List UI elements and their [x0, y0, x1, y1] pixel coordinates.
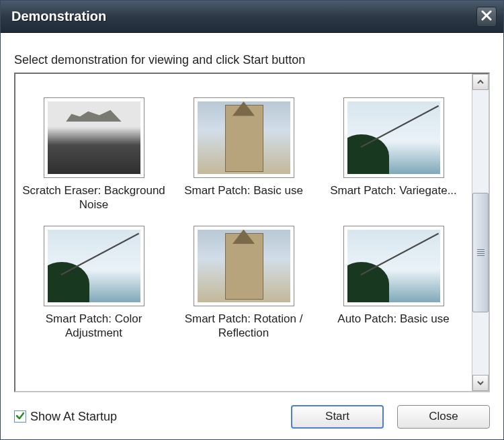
scroll-track[interactable]	[472, 90, 489, 375]
vertical-scrollbar[interactable]	[472, 74, 489, 391]
demo-item[interactable]: Auto Patch: Basic use	[322, 226, 465, 341]
demo-item[interactable]: Smart Patch: Basic use	[172, 97, 315, 212]
demo-caption: Smart Patch: Color Adjustment	[22, 312, 165, 341]
titlebar-close-button[interactable]	[476, 7, 497, 27]
thumbnail-image	[48, 101, 140, 174]
scroll-down-button[interactable]	[472, 375, 489, 391]
thumbnail-image	[198, 101, 290, 174]
scroll-thumb[interactable]	[472, 193, 489, 312]
window-title: Demonstration	[11, 9, 476, 24]
demo-list-frame: Scratch Eraser: Background NoiseSmart Pa…	[14, 73, 490, 392]
show-at-startup-label: Show At Startup	[30, 410, 117, 424]
demo-thumbnail	[194, 97, 294, 178]
start-button[interactable]: Start	[291, 405, 384, 429]
demo-caption: Scratch Eraser: Background Noise	[22, 183, 165, 212]
chevron-up-icon	[477, 77, 484, 87]
demo-thumbnail	[343, 226, 444, 306]
demo-caption: Smart Patch: Variegate...	[330, 183, 457, 197]
close-button[interactable]: Close	[397, 405, 490, 429]
demo-thumbnail	[343, 97, 444, 178]
demo-item[interactable]: Smart Patch: Color Adjustment	[22, 226, 165, 341]
thumbnail-image	[347, 101, 440, 174]
demo-item[interactable]: Scratch Eraser: Background Noise	[22, 97, 165, 212]
demo-thumbnail	[194, 226, 294, 306]
demo-caption: Smart Patch: Basic use	[184, 183, 303, 197]
demo-list[interactable]: Scratch Eraser: Background NoiseSmart Pa…	[15, 74, 472, 391]
scroll-thumb-grip	[477, 249, 485, 256]
demo-caption: Auto Patch: Basic use	[337, 312, 449, 326]
demo-thumbnail	[44, 97, 144, 178]
demo-caption: Smart Patch: Rotation / Reflection	[172, 312, 315, 341]
instruction-text: Select demonstration for viewing and cli…	[14, 53, 490, 67]
show-at-startup-checkbox[interactable]	[14, 410, 26, 423]
show-at-startup-option[interactable]: Show At Startup	[14, 410, 278, 424]
close-icon	[481, 9, 492, 24]
titlebar: Demonstration	[1, 1, 503, 33]
demo-item[interactable]: Smart Patch: Rotation / Reflection	[172, 226, 315, 341]
scroll-up-button[interactable]	[472, 74, 489, 90]
demo-thumbnail	[44, 226, 144, 306]
thumbnail-image	[48, 230, 140, 302]
demonstration-dialog: Demonstration Select demonstration for v…	[0, 0, 504, 440]
chevron-down-icon	[477, 378, 484, 388]
demo-item[interactable]: Smart Patch: Variegate...	[322, 97, 465, 212]
dialog-body: Select demonstration for viewing and cli…	[1, 33, 503, 399]
check-icon	[15, 410, 25, 424]
dialog-footer: Show At Startup Start Close	[1, 399, 503, 439]
thumbnail-image	[347, 230, 440, 302]
thumbnail-image	[198, 230, 290, 302]
